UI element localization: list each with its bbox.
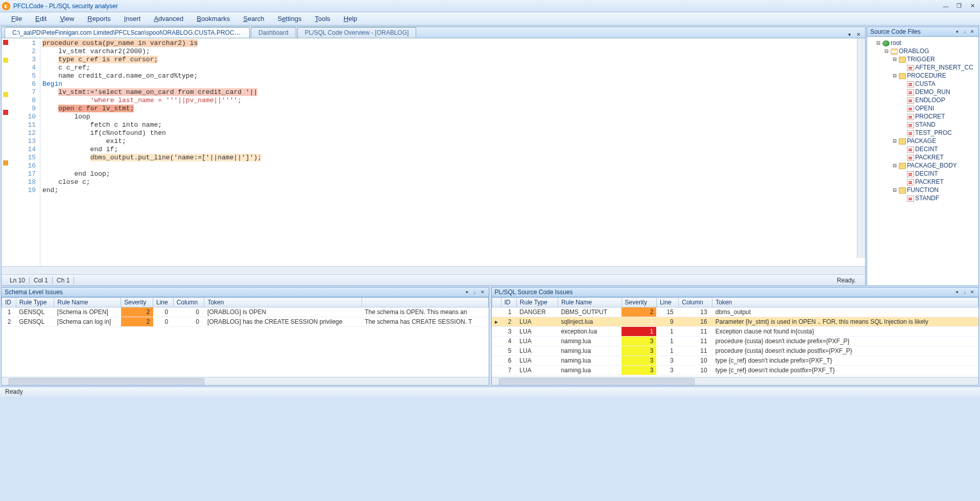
tree-node[interactable]: DECINT [868, 170, 977, 178]
grid-header[interactable] [362, 298, 488, 307]
grid-row[interactable]: 2LUAsqlinject.lua1916Parameter {lv_stmt}… [492, 317, 978, 327]
code-line[interactable]: if(c%notfound) then [42, 129, 863, 137]
tree-node[interactable]: ⊟PROCEDURE [868, 71, 977, 80]
schema-issues-panel-header[interactable]: Schema Level Issues ▾ ⟂ ✕ [1, 287, 489, 297]
editor-scrollbar-vertical[interactable] [857, 38, 865, 258]
menu-edit[interactable]: Edit [29, 13, 53, 24]
panel-close-icon[interactable]: ✕ [969, 289, 975, 295]
document-tab[interactable]: Dashboard [251, 27, 296, 38]
code-line[interactable]: loop [42, 113, 863, 121]
grid-header[interactable]: Severity [622, 298, 656, 307]
menu-reports[interactable]: Reports [81, 13, 117, 24]
code-line[interactable] [42, 162, 863, 170]
tree-toggle-icon[interactable]: ⊟ [892, 186, 898, 194]
panel-dropdown-icon[interactable]: ▾ [954, 29, 960, 35]
code-line[interactable]: Begin [42, 80, 863, 88]
panel-pin-icon[interactable]: ⟂ [962, 289, 968, 295]
code-issues-grid[interactable]: IDRule TypeRule NameSeverityLineColumnTo… [492, 297, 979, 377]
tab-dropdown-icon[interactable]: ▾ [846, 31, 853, 38]
tab-close-icon[interactable]: ✕ [855, 31, 862, 38]
tree-node[interactable]: PACKRET [868, 153, 977, 161]
code-line[interactable]: dbms_output.put_line('name:=['||name||']… [42, 154, 863, 162]
tree-node[interactable]: ⊟PACKAGE [868, 137, 977, 145]
code-line[interactable]: close c; [42, 178, 863, 186]
grid-header[interactable]: Token [712, 298, 978, 307]
maximize-button[interactable]: ❐ [953, 2, 965, 10]
source-files-tree[interactable]: ⊟root⊟ORABLOG⊟TRIGGERAFTER_INSERT_CC⊟PRO… [867, 37, 979, 286]
panel-pin-icon[interactable]: ⟂ [472, 289, 478, 295]
schema-issues-grid[interactable]: IDRule TypeRule NameSeverityLineColumnTo… [2, 297, 489, 377]
menu-file[interactable]: File [5, 13, 28, 24]
code-line[interactable]: lv_stmt:='select name_on_card from credi… [42, 88, 863, 97]
minimize-button[interactable]: — [940, 2, 951, 10]
tree-node[interactable]: ⊟FUNCTION [868, 186, 977, 194]
code-issues-panel-header[interactable]: PL/SQL Source Code Issues ▾ ⟂ ✕ [491, 287, 979, 297]
code-line[interactable]: end if; [42, 146, 863, 154]
grid-row[interactable]: 1GENSQL[Schema is OPEN]200[ORABLOG] is O… [2, 307, 489, 317]
tree-toggle-icon[interactable]: ⊟ [892, 137, 898, 145]
menu-advanced[interactable]: Advanced [148, 13, 189, 24]
tree-node[interactable]: PROCRET [868, 112, 977, 121]
schema-grid-scrollbar[interactable] [2, 377, 489, 385]
grid-header[interactable]: Token [204, 298, 362, 307]
tree-toggle-icon[interactable]: ⊟ [883, 47, 890, 55]
code-line[interactable]: exit; [42, 137, 863, 146]
tree-node[interactable]: TEST_PROC [868, 129, 977, 137]
menu-help[interactable]: Help [338, 13, 364, 24]
tree-node[interactable]: ⊟TRIGGER [868, 55, 977, 63]
panel-dropdown-icon[interactable]: ▾ [464, 289, 470, 295]
grid-header[interactable]: ID [2, 298, 16, 307]
menu-search[interactable]: Search [237, 13, 270, 24]
code-line[interactable]: lv_stmt varchar2(2000); [42, 47, 863, 56]
tree-node[interactable]: AFTER_INSERT_CC [868, 63, 977, 71]
tree-toggle-icon[interactable]: ⊟ [875, 39, 881, 47]
code-line[interactable]: open c for lv_stmt; [42, 105, 863, 113]
code-line[interactable]: fetch c into name; [42, 121, 863, 129]
tree-node[interactable]: ⊟ORABLOG [868, 47, 977, 55]
menu-tools[interactable]: Tools [308, 13, 336, 24]
tree-node[interactable]: ⊟PACKAGE_BODY [868, 161, 977, 170]
code-grid-scrollbar[interactable] [492, 377, 979, 385]
tree-node[interactable]: ENDLOOP [868, 96, 977, 104]
panel-close-icon[interactable]: ✕ [480, 289, 486, 295]
editor-scrollbar-horizontal[interactable] [2, 266, 865, 274]
close-button[interactable]: ✕ [967, 2, 978, 10]
grid-header[interactable]: Rule Type [16, 298, 54, 307]
tree-node[interactable]: ⊟root [868, 39, 977, 47]
menu-insert[interactable]: Insert [118, 13, 147, 24]
tree-node[interactable]: PACKRET [868, 178, 977, 186]
code-line[interactable]: end loop; [42, 170, 863, 178]
grid-header[interactable]: Column [173, 298, 204, 307]
grid-header[interactable]: Line [153, 298, 174, 307]
tree-node[interactable]: DEMO_RUN [868, 88, 977, 96]
panel-dropdown-icon[interactable]: ▾ [954, 289, 960, 295]
grid-header[interactable]: Rule Type [516, 298, 558, 307]
tree-node[interactable]: STANDF [868, 194, 977, 202]
menu-settings[interactable]: Settings [271, 13, 307, 24]
code-line[interactable]: 'where last_name = '''||pv_name||''''; [42, 97, 863, 105]
grid-header[interactable]: Rule Name [54, 298, 121, 307]
code-line[interactable]: name credit_card.name_on_card%type; [42, 72, 863, 80]
menu-view[interactable]: View [54, 13, 80, 24]
grid-row[interactable]: 1DANGERDBMS_OUTPUT21513dbms_output [492, 307, 978, 317]
tree-node[interactable]: CUSTA [868, 80, 977, 88]
grid-row[interactable]: 5LUAnaming.lua3111procedure {custa} does… [492, 346, 978, 356]
tree-toggle-icon[interactable]: ⊟ [892, 71, 898, 80]
code-editor[interactable]: procedure custa(pv_name in varchar2) is … [40, 38, 865, 266]
grid-row[interactable]: 2GENSQL[Schema can log in]200[ORABLOG] h… [2, 317, 489, 327]
code-line[interactable]: c c_ref; [42, 64, 863, 72]
code-line[interactable]: end; [42, 186, 863, 195]
tree-node[interactable]: OPENI [868, 104, 977, 112]
document-tab[interactable]: PL/SQL Code Overview - [ORABLOG] [297, 27, 417, 38]
grid-header[interactable]: Rule Name [558, 298, 622, 307]
grid-row[interactable]: 7LUAnaming.lua3310type {c_ref} doesn't i… [492, 366, 978, 375]
grid-header[interactable]: Line [656, 298, 678, 307]
code-line[interactable]: procedure custa(pv_name in varchar2) is [42, 39, 863, 47]
grid-row[interactable]: 3LUAexception.lua1111Exception clause no… [492, 327, 978, 337]
panel-pin-icon[interactable]: ⟂ [962, 29, 968, 35]
tree-toggle-icon[interactable]: ⊟ [892, 55, 898, 63]
menu-bookmarks[interactable]: Bookmarks [190, 13, 236, 24]
code-line[interactable]: type c_ref is ref cursor; [42, 56, 863, 64]
grid-header[interactable]: Column [679, 298, 712, 307]
grid-header[interactable]: Severity [121, 298, 153, 307]
